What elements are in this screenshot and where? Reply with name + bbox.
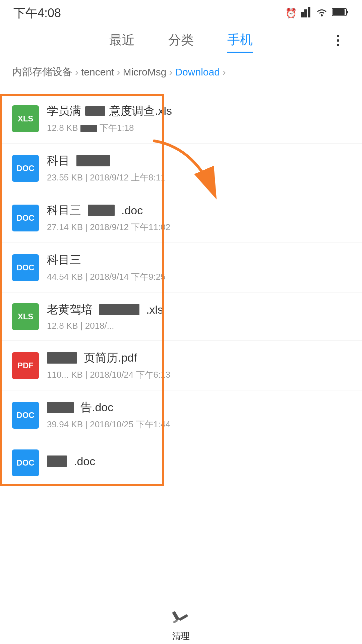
file-name: 学员满意度调查.xls bbox=[47, 103, 350, 119]
svg-rect-5 bbox=[347, 11, 348, 13]
file-item[interactable]: DOC 科目三.doc 27.14 KB | 2018/9/12 下午11:02 bbox=[0, 193, 362, 243]
file-type-icon: XLS bbox=[12, 105, 39, 132]
svg-marker-0 bbox=[301, 12, 304, 17]
breadcrumb-micromsg[interactable]: MicroMsg bbox=[123, 66, 166, 78]
file-meta: 110... KB | 2018/10/24 下午6:13 bbox=[47, 369, 350, 381]
battery-icon bbox=[332, 8, 349, 19]
file-list-container: XLS 学员满意度调查.xls 12.8 KB 下午1:18 DOC 科目 23… bbox=[0, 94, 362, 486]
file-item[interactable]: DOC .doc bbox=[0, 440, 362, 486]
tab-phone[interactable]: 手机 bbox=[227, 28, 253, 53]
file-meta: 27.14 KB | 2018/9/12 下午11:02 bbox=[47, 221, 350, 233]
more-menu-button[interactable]: ⋮ bbox=[331, 33, 345, 48]
clean-icon bbox=[172, 606, 190, 629]
tab-category[interactable]: 分类 bbox=[168, 28, 194, 52]
file-type-icon: DOC bbox=[12, 155, 39, 182]
breadcrumb-root[interactable]: 内部存储设备 bbox=[12, 65, 72, 79]
svg-rect-8 bbox=[172, 611, 180, 621]
file-name: 科目 bbox=[47, 153, 350, 168]
file-meta: 23.55 KB | 2018/9/12 上午8:11 bbox=[47, 172, 350, 183]
status-bar: 下午4:08 ⏰ bbox=[0, 0, 362, 23]
file-name: 告.doc bbox=[47, 400, 350, 415]
top-nav: 最近 分类 手机 ⋮ bbox=[0, 23, 362, 57]
file-type-icon: XLS bbox=[12, 303, 39, 330]
breadcrumb: 内部存储设备 › tencent › MicroMsg › Download › bbox=[0, 57, 362, 87]
file-item[interactable]: PDF 页简历.pdf 110... KB | 2018/10/24 下午6:1… bbox=[0, 341, 362, 390]
file-meta: 44.54 KB | 2018/9/14 下午9:25 bbox=[47, 271, 350, 283]
bottom-label[interactable]: 清理 bbox=[172, 630, 190, 642]
breadcrumb-download[interactable]: Download bbox=[175, 66, 220, 78]
file-type-icon: DOC bbox=[12, 402, 39, 429]
svg-marker-1 bbox=[304, 9, 307, 17]
file-item[interactable]: DOC 告.doc 39.94 KB | 2018/10/25 下午1:44 bbox=[0, 390, 362, 440]
file-name: 页简历.pdf bbox=[47, 350, 350, 366]
file-type-icon: DOC bbox=[12, 254, 39, 281]
status-icons: ⏰ bbox=[285, 7, 349, 20]
file-item[interactable]: XLS 老黄驾培.xls 12.8 KB | 2018/... bbox=[0, 292, 362, 341]
svg-point-3 bbox=[321, 14, 323, 16]
file-name: 科目三.doc bbox=[47, 203, 350, 218]
nav-tabs: 最近 分类 手机 bbox=[109, 28, 253, 53]
status-time: 下午4:08 bbox=[13, 5, 61, 21]
file-item[interactable]: XLS 学员满意度调查.xls 12.8 KB 下午1:18 bbox=[0, 94, 362, 144]
signal-icon bbox=[301, 7, 312, 20]
file-type-icon: DOC bbox=[12, 449, 39, 476]
bottom-bar: 清理 bbox=[0, 604, 362, 644]
alarm-icon: ⏰ bbox=[285, 8, 297, 19]
file-type-icon: DOC bbox=[12, 205, 39, 231]
file-item[interactable]: DOC 科目三 44.54 KB | 2018/9/14 下午9:25 bbox=[0, 243, 362, 292]
svg-rect-9 bbox=[179, 614, 188, 621]
svg-rect-6 bbox=[333, 9, 345, 15]
file-item[interactable]: DOC 科目 23.55 KB | 2018/9/12 上午8:11 bbox=[0, 144, 362, 193]
file-name: 科目三 bbox=[47, 252, 350, 268]
file-name: .doc bbox=[47, 455, 350, 468]
svg-marker-2 bbox=[308, 7, 310, 17]
file-meta: 12.8 KB | 2018/... bbox=[47, 321, 350, 331]
file-type-icon: PDF bbox=[12, 352, 39, 379]
breadcrumb-tencent[interactable]: tencent bbox=[81, 66, 114, 78]
file-meta: 39.94 KB | 2018/10/25 下午1:44 bbox=[47, 419, 350, 430]
file-meta: 12.8 KB 下午1:18 bbox=[47, 122, 350, 134]
svg-rect-10 bbox=[173, 619, 178, 623]
wifi-icon bbox=[316, 7, 328, 19]
tab-recent[interactable]: 最近 bbox=[109, 28, 135, 52]
file-name: 老黄驾培.xls bbox=[47, 302, 350, 317]
